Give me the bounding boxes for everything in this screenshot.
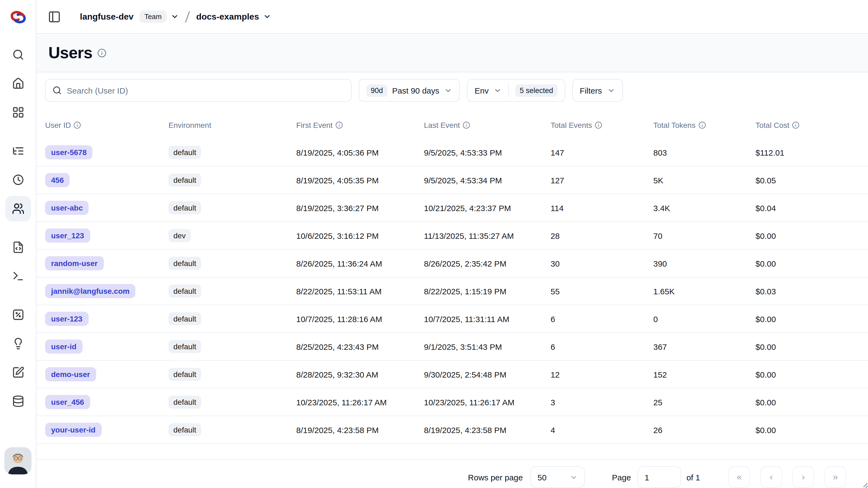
info-icon[interactable] [335,121,343,129]
sidebar-item-insights[interactable] [5,331,31,356]
user-id-badge[interactable]: demo-user [45,367,96,381]
sidebar-item-annotation[interactable] [5,360,31,385]
sidebar-item-dashboards[interactable] [5,99,31,125]
environment-badge: default [168,146,201,159]
date-range-button[interactable]: 90d Past 90 days [359,79,460,102]
org-name[interactable]: langfuse-dev [80,12,133,22]
info-icon[interactable] [74,121,81,129]
environment-badge: default [168,201,201,214]
panel-left-icon [48,10,61,23]
table-row[interactable]: user-5678default8/19/2025, 4:05:36 PM9/5… [36,139,868,167]
user-id-badge[interactable]: user-abc [45,201,89,215]
previous-page-button[interactable]: ‹ [761,466,782,488]
table-row[interactable]: user-abcdefault8/19/2025, 3:36:27 PM10/2… [36,194,868,222]
user-id-badge[interactable]: random-user [45,256,103,270]
column-header-user-id[interactable]: User ID [45,121,168,130]
search-icon [52,85,62,95]
chevrons-right-icon: » [833,472,838,483]
sidebar-item-datasets[interactable] [5,389,31,414]
first-event-cell: 8/26/2025, 11:36:24 AM [296,259,424,268]
environment-badge: default [168,312,201,325]
total-tokens-cell: 25 [653,397,755,407]
users-page: langfuse-dev Team docs-examples Users [0,0,868,488]
column-header-total-cost[interactable]: Total Cost [755,121,868,130]
table-header-row: User IDEnvironmentFirst EventLast EventT… [36,112,868,139]
langfuse-logo[interactable] [0,0,36,34]
org-switcher-chevron[interactable] [171,12,179,21]
table-row[interactable]: jannik@langfuse.comdefault8/22/2025, 11:… [36,278,868,305]
project-name[interactable]: docs-examples [196,12,259,22]
page-title-info-icon[interactable] [97,48,106,57]
user-avatar[interactable] [4,447,32,475]
user-id-badge[interactable]: user-123 [45,312,88,326]
user-id-badge[interactable]: user_456 [45,395,90,409]
last-event-cell: 8/22/2025, 1:15:19 PM [424,286,551,296]
total-tokens-cell: 152 [653,370,755,379]
column-header-first-event[interactable]: First Event [296,121,424,130]
first-event-cell: 10/23/2025, 11:26:17 AM [296,397,424,407]
total-events-cell: 6 [551,342,653,351]
breadcrumb-separator [185,11,190,22]
resize-handle[interactable] [862,482,867,487]
filters-label: Filters [580,86,602,95]
total-cost-cell: $0.00 [755,259,868,268]
info-icon[interactable] [595,121,602,129]
user-id-badge[interactable]: user-id [45,340,82,354]
sidebar-item-users[interactable] [5,196,31,222]
total-events-cell: 147 [551,148,653,157]
sidebar-toggle-button[interactable] [45,7,64,26]
page-count-label: of 1 [686,472,700,482]
column-header-total-events[interactable]: Total Events [551,121,653,130]
table-row[interactable]: 456default8/19/2025, 4:05:35 PM9/5/2025,… [36,167,868,194]
user-id-badge[interactable]: 456 [45,173,70,187]
file-code-icon [12,241,24,254]
sidebar-item-sessions[interactable] [5,167,31,193]
column-header-last-event[interactable]: Last Event [424,121,551,130]
user-id-badge[interactable]: user-5678 [45,145,93,160]
search-input[interactable] [67,86,345,95]
table-row[interactable]: user_123dev10/6/2025, 3:16:12 PM11/13/20… [36,222,868,250]
sidebar-item-tracing[interactable] [5,138,31,164]
table-row[interactable]: random-userdefault8/26/2025, 11:36:24 AM… [36,250,868,278]
total-events-cell: 6 [551,314,653,323]
table-row[interactable]: user-iddefault8/25/2025, 4:23:43 PM9/1/2… [36,333,868,361]
column-header-environment[interactable]: Environment [168,121,296,130]
next-page-button[interactable]: › [793,466,814,488]
user-id-badge[interactable]: user_123 [45,229,90,242]
table-row[interactable]: user-123default10/7/2025, 11:28:16 AM10/… [36,305,868,333]
first-event-cell: 10/7/2025, 11:28:16 AM [296,314,424,323]
last-event-cell: 9/5/2025, 4:53:33 PM [424,148,551,157]
page-number-input[interactable] [638,466,681,488]
filters-button[interactable]: Filters [572,79,623,102]
last-event-cell: 9/5/2025, 4:53:34 PM [424,175,551,185]
env-filter-button[interactable]: Env 5 selected [467,79,565,102]
last-event-cell: 8/19/2025, 4:23:58 PM [424,425,551,434]
sidebar-item-prompts[interactable] [5,234,31,260]
sidebar-item-evaluation[interactable] [5,302,31,327]
user-id-badge[interactable]: jannik@langfuse.com [45,284,135,298]
sidebar-item-search[interactable] [5,42,31,67]
info-icon[interactable] [463,121,470,129]
sidebar-item-playground[interactable] [5,263,31,289]
project-switcher-chevron[interactable] [263,12,271,21]
table-toolbar: 90d Past 90 days Env 5 selected Filters [36,79,868,102]
user-id-badge[interactable]: your-user-id [45,423,101,437]
info-icon[interactable] [792,121,800,129]
environment-badge: default [168,285,201,297]
last-event-cell: 10/7/2025, 11:31:11 AM [424,314,551,323]
total-events-cell: 12 [551,370,653,379]
sidebar-item-home[interactable] [5,71,31,96]
table-row[interactable]: user_456default10/23/2025, 11:26:17 AM10… [36,389,868,416]
page-label: Page [612,472,631,482]
last-page-button[interactable]: » [825,466,846,488]
chevron-down-icon [171,12,179,21]
first-page-button[interactable]: « [728,466,750,488]
info-icon[interactable] [698,121,706,129]
last-event-cell: 8/26/2025, 2:35:42 PM [424,259,551,268]
table-row[interactable]: demo-userdefault8/28/2025, 9:32:30 AM9/3… [36,361,868,389]
column-header-total-tokens[interactable]: Total Tokens [653,121,755,130]
rows-per-page-select[interactable]: 50 [530,466,585,488]
total-events-cell: 55 [551,286,653,296]
total-cost-cell: $0.00 [755,370,868,379]
table-row[interactable]: your-user-iddefault8/19/2025, 4:23:58 PM… [36,416,868,444]
